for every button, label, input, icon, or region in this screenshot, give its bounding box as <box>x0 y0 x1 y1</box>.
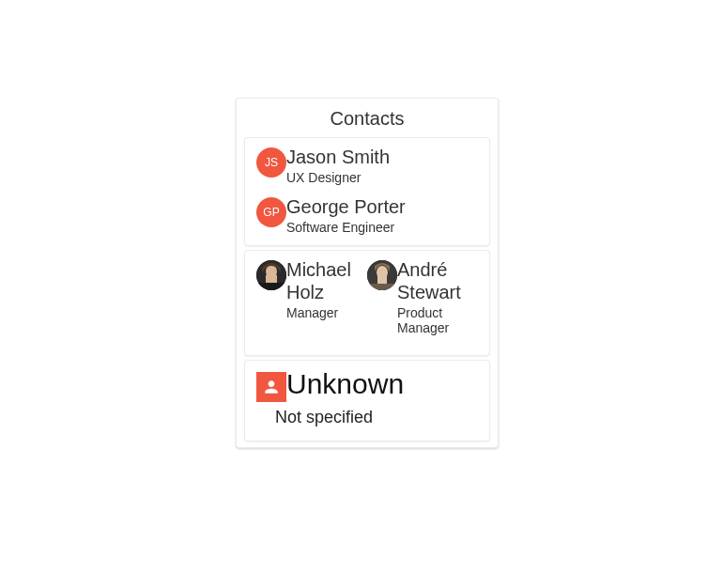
avatar-initials: JS <box>256 147 286 178</box>
svg-rect-3 <box>256 283 286 290</box>
contact-entry[interactable]: JS Jason Smith UX Designer <box>256 146 478 186</box>
contact-name: Michael Holz <box>286 258 367 303</box>
contact-name: Unknown <box>286 368 404 401</box>
contact-name: Jason Smith <box>286 146 390 168</box>
svg-rect-7 <box>367 284 397 290</box>
contact-role: Software Engineer <box>286 220 406 236</box>
contact-role: Product Manager <box>397 305 478 337</box>
contact-role: Not specified <box>275 408 489 427</box>
contact-entry[interactable]: GP George Porter Software Engineer <box>256 195 478 236</box>
contact-entry[interactable]: André Stewart Product Manager <box>367 258 478 337</box>
contact-card: Unknown Not specified <box>244 360 490 441</box>
contact-card: JS Jason Smith UX Designer GP George Por… <box>244 137 490 246</box>
person-icon <box>256 372 286 402</box>
contacts-panel: Contacts JS Jason Smith UX Designer GP G… <box>236 98 499 448</box>
contact-name: André Stewart <box>397 258 478 303</box>
contact-card: Michael Holz Manager André Stewart <box>244 250 490 357</box>
panel-title: Contacts <box>237 99 498 137</box>
contact-role: Manager <box>286 305 367 321</box>
avatar-initials: GP <box>256 197 286 227</box>
contact-role: UX Designer <box>286 170 390 186</box>
contact-entry[interactable]: Unknown <box>245 361 489 402</box>
contact-entry[interactable]: Michael Holz Manager <box>256 258 367 337</box>
contact-name: George Porter <box>286 195 406 218</box>
avatar-photo <box>256 260 286 290</box>
avatar-photo <box>367 260 397 290</box>
